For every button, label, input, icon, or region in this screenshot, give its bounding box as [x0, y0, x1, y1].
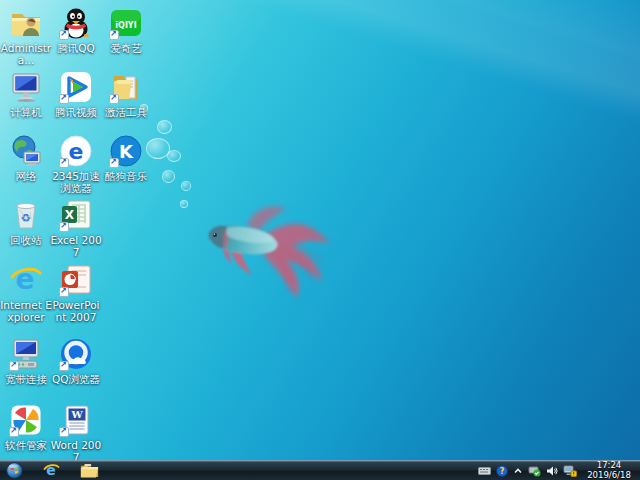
desktop-icon-network[interactable]: 网络 [0, 134, 52, 182]
system-tray: ? 17:24 2019/6/18 [478, 461, 640, 480]
desktop-icon-software-manager[interactable]: 软件管家 [0, 403, 52, 451]
bubble [162, 170, 175, 183]
2345-browser-e-icon: e [59, 134, 93, 168]
shortcut-arrow-icon [109, 158, 119, 168]
taskbar-internet-explorer-button[interactable]: e [33, 462, 70, 480]
desktop-icon-qq-browser[interactable]: QQ浏览器 [50, 337, 102, 385]
shortcut-arrow-icon [59, 158, 69, 168]
light-ray [175, 0, 640, 139]
internet-explorer-icon: e [43, 462, 60, 479]
iqiyi-icon: iQIYI [109, 6, 143, 40]
show-hidden-icons-arrow[interactable] [513, 466, 523, 476]
desktop-icon-tencent-video[interactable]: 腾讯视频 [50, 70, 102, 118]
icon-label: Administra... [0, 42, 52, 66]
excel-icon: X [59, 198, 93, 232]
shortcut-arrow-icon [59, 30, 69, 40]
user-folder-icon [9, 6, 43, 40]
bubble [167, 150, 181, 162]
taskbar: e ? [0, 460, 640, 480]
shortcut-arrow-icon [59, 94, 69, 104]
bubble [157, 120, 172, 134]
desktop-icon-powerpoint-2007[interactable]: PowerPoint 2007 [50, 263, 102, 323]
network-warning-icon[interactable] [563, 465, 577, 477]
safely-remove-hardware-icon[interactable] [528, 465, 541, 477]
icon-label: 宽带连接 [0, 373, 52, 385]
shortcut-arrow-icon [109, 94, 119, 104]
svg-text:X: X [65, 208, 75, 222]
desktop-icon-word-2007[interactable]: W Word 2007 [50, 403, 102, 463]
svg-text:iQIYI: iQIYI [115, 21, 136, 30]
qq-browser-icon [59, 337, 93, 371]
help-icon[interactable]: ? [496, 465, 508, 477]
desktop-icon-kugou-music[interactable]: K 酷狗音乐 [100, 134, 152, 182]
icon-label: 激活工具 [100, 106, 152, 118]
kugou-k-icon: K [109, 134, 143, 168]
desktop-icon-computer[interactable]: 计算机 [0, 70, 52, 118]
shortcut-arrow-icon [9, 361, 19, 371]
desktop-icon-administrator[interactable]: Administra... [0, 6, 52, 66]
icon-label: QQ浏览器 [50, 373, 102, 385]
shortcut-arrow-icon [59, 287, 69, 297]
folder-icon [80, 463, 99, 478]
icon-label: 腾讯QQ [50, 42, 102, 54]
desktop-icon-internet-explorer[interactable]: e Internet Explorer [0, 263, 52, 323]
icon-label: 酷狗音乐 [100, 170, 152, 182]
shortcut-arrow-icon [109, 30, 119, 40]
desktop-icon-recycle-bin[interactable]: ♻ 回收站 [0, 198, 52, 246]
windows-start-orb-icon [6, 462, 23, 479]
open-folder-icon [109, 70, 143, 104]
shortcut-arrow-icon [59, 427, 69, 437]
icon-label: Excel 2007 [50, 234, 102, 258]
icon-label: 网络 [0, 170, 52, 182]
icon-label: 2345加速浏览器 [50, 170, 102, 194]
icon-label: Internet Explorer [0, 299, 52, 323]
svg-text:K: K [119, 141, 134, 162]
light-ray [243, 0, 640, 155]
network-globe-icon [9, 134, 43, 168]
keyboard-icon[interactable] [478, 467, 491, 475]
bubble [180, 200, 188, 208]
internet-explorer-icon: e [9, 263, 43, 297]
desktop-icon-activation-tools[interactable]: 激活工具 [100, 70, 152, 118]
icon-label: PowerPoint 2007 [50, 299, 102, 323]
icon-label: 爱奇艺 [100, 42, 152, 54]
desktop-icon-excel-2007[interactable]: X Excel 2007 [50, 198, 102, 258]
software-manager-icon [9, 403, 43, 437]
svg-text:♻: ♻ [21, 212, 31, 225]
qq-penguin-icon [59, 6, 93, 40]
svg-text:?: ? [500, 467, 505, 476]
powerpoint-icon [59, 263, 93, 297]
computer-monitor-icon [9, 70, 43, 104]
taskbar-clock[interactable]: 17:24 2019/6/18 [582, 461, 636, 480]
desktop-icon-2345-browser[interactable]: e 2345加速浏览器 [50, 134, 102, 194]
start-button[interactable] [0, 462, 33, 480]
betta-fish [192, 190, 342, 302]
icon-label: 回收站 [0, 234, 52, 246]
shortcut-arrow-icon [9, 427, 19, 437]
icon-label: 计算机 [0, 106, 52, 118]
svg-text:e: e [69, 139, 84, 164]
word-icon: W [59, 403, 93, 437]
desktop: Administra... 腾讯QQ [0, 0, 640, 480]
desktop-icon-tencent-qq[interactable]: 腾讯QQ [50, 6, 102, 54]
icon-label: 腾讯视频 [50, 106, 102, 118]
clock-date: 2019/6/18 [584, 471, 634, 480]
shortcut-arrow-icon [59, 361, 69, 371]
shortcut-arrow-icon [59, 222, 69, 232]
bubble [181, 181, 191, 191]
icon-label: 软件管家 [0, 439, 52, 451]
tencent-video-play-icon [59, 70, 93, 104]
recycle-bin-icon: ♻ [9, 198, 43, 232]
svg-text:W: W [70, 409, 83, 420]
volume-icon[interactable] [546, 465, 558, 477]
desktop-icon-iqiyi[interactable]: iQIYI 爱奇艺 [100, 6, 152, 54]
taskbar-windows-explorer-button[interactable] [70, 462, 109, 480]
desktop-icon-broadband-connection[interactable]: 宽带连接 [0, 337, 52, 385]
broadband-connection-icon [9, 337, 43, 371]
